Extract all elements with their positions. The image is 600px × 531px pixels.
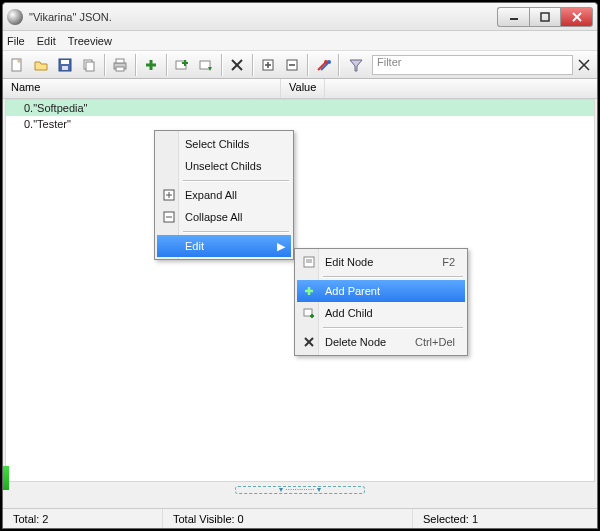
menu-collapse-all[interactable]: Collapse All xyxy=(157,206,291,228)
column-headers: Name Value xyxy=(3,79,597,99)
arrow-right-icon: ▶ xyxy=(277,240,285,253)
close-button[interactable] xyxy=(561,7,593,27)
delete-button[interactable] xyxy=(225,53,249,77)
menu-separator xyxy=(323,327,463,328)
minimize-button[interactable] xyxy=(497,7,529,27)
svg-marker-32 xyxy=(350,60,362,71)
bottom-area: ▾ ············· ▾ Total: 2 Total Visible… xyxy=(3,482,597,528)
menu-add-parent[interactable]: Add Parent xyxy=(297,280,465,302)
status-selected: Selected: 1 xyxy=(413,509,597,528)
menu-delete-node[interactable]: Delete Node Ctrl+Del xyxy=(297,331,465,353)
menu-separator xyxy=(183,231,289,232)
filter-icon[interactable] xyxy=(344,53,368,77)
menu-edit[interactable]: Edit xyxy=(37,35,56,47)
toolbar-separator xyxy=(104,54,105,76)
menu-expand-all[interactable]: Expand All xyxy=(157,184,291,206)
svg-rect-13 xyxy=(116,67,124,71)
shortcut-label: F2 xyxy=(442,256,455,268)
splitter[interactable]: ▾ ············· ▾ xyxy=(3,482,597,496)
add-button[interactable] xyxy=(139,53,163,77)
menu-separator xyxy=(183,180,289,181)
collapse-all-button[interactable] xyxy=(280,53,304,77)
delete-icon xyxy=(301,334,317,350)
toolbar-separator xyxy=(307,54,308,76)
column-name[interactable]: Name xyxy=(3,79,281,98)
settings-button[interactable] xyxy=(311,53,335,77)
add-parent-button[interactable] xyxy=(170,53,194,77)
svg-point-31 xyxy=(327,60,331,64)
column-value[interactable]: Value xyxy=(281,79,325,98)
plus-icon xyxy=(161,187,177,203)
open-button[interactable] xyxy=(29,53,53,77)
menu-edit-submenu[interactable]: Edit ▶ xyxy=(157,235,291,257)
app-window: "Vikarina" JSON. File Edit Treeview xyxy=(2,2,598,529)
tree-row[interactable]: 0."Tester" xyxy=(6,116,594,132)
svg-rect-8 xyxy=(62,66,68,70)
copy-button[interactable] xyxy=(77,53,101,77)
status-visible: Total Visible: 0 xyxy=(163,509,413,528)
selection-indicator xyxy=(3,466,9,490)
add-child-icon xyxy=(301,305,317,321)
shortcut-label: Ctrl+Del xyxy=(415,336,455,348)
toolbar-separator xyxy=(135,54,136,76)
toolbar-separator xyxy=(221,54,222,76)
toolbar-separator xyxy=(252,54,253,76)
add-child-button[interactable] xyxy=(194,53,218,77)
filter-input[interactable]: Filter xyxy=(372,55,573,75)
svg-rect-45 xyxy=(304,309,312,316)
tree-row[interactable]: 0."Softpedia" xyxy=(6,100,594,116)
filter-group: Filter xyxy=(342,53,573,77)
maximize-button[interactable] xyxy=(529,7,561,27)
context-menu: Select Childs Unselect Childs Expand All… xyxy=(154,130,294,260)
context-submenu: Edit Node F2 Add Parent Add Child Delete… xyxy=(294,248,468,356)
svg-rect-10 xyxy=(86,62,94,71)
status-total: Total: 2 xyxy=(3,509,163,528)
menu-separator xyxy=(323,276,463,277)
new-button[interactable] xyxy=(5,53,29,77)
menu-bar: File Edit Treeview xyxy=(3,31,597,51)
svg-rect-1 xyxy=(541,13,549,21)
status-bar: Total: 2 Total Visible: 0 Selected: 1 xyxy=(3,508,597,528)
window-controls xyxy=(497,7,593,27)
menu-select-childs[interactable]: Select Childs xyxy=(157,133,291,155)
minus-icon xyxy=(161,209,177,225)
menu-edit-node[interactable]: Edit Node F2 xyxy=(297,251,465,273)
toolbar-separator xyxy=(338,54,339,76)
menu-add-child[interactable]: Add Child xyxy=(297,302,465,324)
tree-view[interactable]: 0."Softpedia" 0."Tester" Select Childs U… xyxy=(5,99,595,482)
print-button[interactable] xyxy=(108,53,132,77)
svg-rect-7 xyxy=(61,60,69,64)
menu-unselect-childs[interactable]: Unselect Childs xyxy=(157,155,291,177)
menu-file[interactable]: File xyxy=(7,35,25,47)
add-parent-icon xyxy=(301,283,317,299)
save-button[interactable] xyxy=(53,53,77,77)
toolbar: Filter xyxy=(3,51,597,79)
toolbar-separator xyxy=(166,54,167,76)
edit-icon xyxy=(301,254,317,270)
grip-icon: ▾ ············· ▾ xyxy=(235,486,365,494)
close-panel-button[interactable] xyxy=(573,54,595,76)
app-icon xyxy=(7,9,23,25)
menu-treeview[interactable]: Treeview xyxy=(68,35,112,47)
svg-rect-12 xyxy=(116,59,124,63)
title-bar: "Vikarina" JSON. xyxy=(3,3,597,31)
expand-all-button[interactable] xyxy=(256,53,280,77)
window-title: "Vikarina" JSON. xyxy=(29,11,497,23)
